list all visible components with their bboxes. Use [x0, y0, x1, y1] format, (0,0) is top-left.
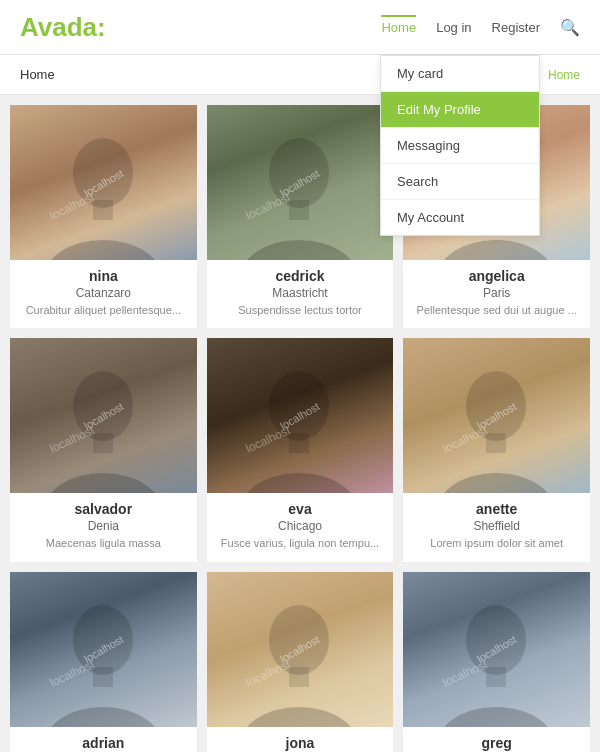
- breadcrumb-label: Home: [20, 67, 55, 82]
- svg-point-28: [239, 707, 359, 727]
- person-card-salvador[interactable]: localhost salvador Denia Maecenas ligula…: [10, 338, 197, 561]
- person-card-anette[interactable]: localhost anette Sheffield Lorem ipsum d…: [403, 338, 590, 561]
- card-name-eva: eva: [215, 501, 386, 517]
- card-desc-eva: Fusce varius, ligula non tempu...: [215, 536, 386, 551]
- svg-text:localhost: localhost: [441, 423, 490, 456]
- card-desc-anette: Lorem ipsum dolor sit amet: [411, 536, 582, 551]
- svg-point-20: [436, 473, 556, 493]
- card-body-angelica: angelica Paris Pellentesque sed dui ut a…: [403, 260, 590, 328]
- nav-home[interactable]: Home: [381, 15, 416, 40]
- dropdown-menu: My card Edit My Profile Messaging Search…: [380, 55, 540, 236]
- card-body-jona: jona Toronto Pellentesque rhoncus nunc e…: [207, 727, 394, 752]
- svg-text:localhost: localhost: [47, 190, 96, 223]
- dropdown-my-account[interactable]: My Account: [381, 200, 539, 235]
- card-name-adrian: adrian: [18, 735, 189, 751]
- card-city-angelica: Paris: [411, 286, 582, 300]
- person-photo-greg: localhost: [403, 572, 590, 727]
- dropdown-edit-profile[interactable]: Edit My Profile: [381, 92, 539, 128]
- card-desc-nina: Curabitur aliquet pellentesque...: [18, 303, 189, 318]
- person-photo-jona: localhost: [207, 572, 394, 727]
- card-body-cedrick: cedrick Maastricht Suspendisse lectus to…: [207, 260, 394, 328]
- svg-rect-34: [486, 667, 506, 687]
- card-body-eva: eva Chicago Fusce varius, ligula non tem…: [207, 493, 394, 561]
- person-photo-anette: localhost: [403, 338, 590, 493]
- card-desc-salvador: Maecenas ligula massa: [18, 536, 189, 551]
- svg-point-32: [436, 707, 556, 727]
- card-name-anette: anette: [411, 501, 582, 517]
- person-photo-eva: localhost: [207, 338, 394, 493]
- dropdown-messaging[interactable]: Messaging: [381, 128, 539, 164]
- main-nav: Home Log in Register 🔍: [381, 15, 580, 40]
- dropdown-my-card[interactable]: My card: [381, 56, 539, 92]
- nav-register[interactable]: Register: [492, 15, 540, 40]
- svg-text:localhost: localhost: [47, 423, 96, 456]
- svg-rect-26: [93, 667, 113, 687]
- header: Avada: Home Log in Register 🔍: [0, 0, 600, 55]
- nav-login[interactable]: Log in: [436, 15, 471, 40]
- person-card-nina[interactable]: localhost nina Catanzaro Curabitur aliqu…: [10, 105, 197, 328]
- card-city-anette: Sheffield: [411, 519, 582, 533]
- svg-rect-14: [93, 433, 113, 453]
- dropdown-search[interactable]: Search: [381, 164, 539, 200]
- card-city-eva: Chicago: [215, 519, 386, 533]
- svg-rect-2: [93, 200, 113, 220]
- svg-text:localhost: localhost: [244, 190, 293, 223]
- card-city-nina: Catanzaro: [18, 286, 189, 300]
- person-photo-nina: localhost: [10, 105, 197, 260]
- svg-point-24: [43, 707, 163, 727]
- search-icon-button[interactable]: 🔍: [560, 18, 580, 37]
- card-body-adrian: adrian Quebec Ut in risus volutpat liber…: [10, 727, 197, 752]
- card-body-greg: greg Copenhagen Cras vestibulum bibendum…: [403, 727, 590, 752]
- person-card-cedrick[interactable]: localhost cedrick Maastricht Suspendisse…: [207, 105, 394, 328]
- svg-point-0: [43, 240, 163, 260]
- svg-rect-22: [486, 433, 506, 453]
- svg-rect-6: [289, 200, 309, 220]
- person-photo-salvador: localhost: [10, 338, 197, 493]
- card-name-jona: jona: [215, 735, 386, 751]
- card-name-nina: nina: [18, 268, 189, 284]
- card-body-nina: nina Catanzaro Curabitur aliquet pellent…: [10, 260, 197, 328]
- svg-point-8: [436, 240, 556, 260]
- person-card-greg[interactable]: localhost greg Copenhagen Cras vestibulu…: [403, 572, 590, 752]
- breadcrumb-right[interactable]: Home: [548, 68, 580, 82]
- card-name-salvador: salvador: [18, 501, 189, 517]
- svg-rect-30: [289, 667, 309, 687]
- card-body-anette: anette Sheffield Lorem ipsum dolor sit a…: [403, 493, 590, 561]
- person-card-jona[interactable]: localhost jona Toronto Pellentesque rhon…: [207, 572, 394, 752]
- logo-colon: :: [97, 12, 106, 42]
- card-desc-angelica: Pellentesque sed dui ut augue ...: [411, 303, 582, 318]
- svg-point-12: [43, 473, 163, 493]
- card-name-cedrick: cedrick: [215, 268, 386, 284]
- svg-point-4: [239, 240, 359, 260]
- svg-text:localhost: localhost: [244, 423, 293, 456]
- person-card-eva[interactable]: localhost eva Chicago Fusce varius, ligu…: [207, 338, 394, 561]
- card-name-greg: greg: [411, 735, 582, 751]
- logo[interactable]: Avada:: [20, 12, 106, 43]
- card-desc-cedrick: Suspendisse lectus tortor: [215, 303, 386, 318]
- svg-rect-18: [289, 433, 309, 453]
- card-city-salvador: Denia: [18, 519, 189, 533]
- card-body-salvador: salvador Denia Maecenas ligula massa: [10, 493, 197, 561]
- card-city-cedrick: Maastricht: [215, 286, 386, 300]
- svg-text:localhost: localhost: [441, 656, 490, 689]
- person-photo-cedrick: localhost: [207, 105, 394, 260]
- svg-text:localhost: localhost: [47, 656, 96, 689]
- svg-text:localhost: localhost: [244, 656, 293, 689]
- logo-text: Avada: [20, 12, 97, 42]
- card-name-angelica: angelica: [411, 268, 582, 284]
- person-photo-adrian: localhost: [10, 572, 197, 727]
- svg-point-16: [239, 473, 359, 493]
- person-card-adrian[interactable]: localhost adrian Quebec Ut in risus volu…: [10, 572, 197, 752]
